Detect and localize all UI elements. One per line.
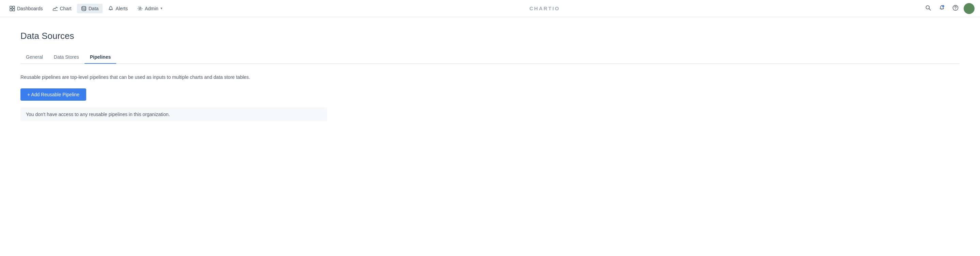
nav-center: CHARTIO xyxy=(167,5,923,11)
svg-line-9 xyxy=(929,9,931,11)
brand-logo: CHARTIO xyxy=(530,5,560,11)
svg-rect-2 xyxy=(10,9,12,11)
admin-dropdown-arrow: ▾ xyxy=(161,6,162,11)
chart-icon xyxy=(52,6,58,11)
navbar: Dashboards Chart Data xyxy=(0,0,980,17)
nav-item-admin[interactable]: Admin ▾ xyxy=(133,4,167,13)
help-button[interactable] xyxy=(950,3,961,14)
nav-label-alerts: Alerts xyxy=(116,6,128,11)
nav-label-chart: Chart xyxy=(60,6,72,11)
nav-item-data[interactable]: Data xyxy=(77,4,103,13)
main-content: Data Sources General Data Stores Pipelin… xyxy=(0,17,980,256)
tab-data-stores[interactable]: Data Stores xyxy=(48,51,84,64)
add-pipeline-button[interactable]: + Add Reusable Pipeline xyxy=(21,88,86,101)
bell-icon xyxy=(939,5,945,12)
nav-left: Dashboards Chart Data xyxy=(5,4,167,13)
svg-point-10 xyxy=(942,5,944,7)
svg-point-5 xyxy=(82,6,86,8)
description-text: Reusable pipelines are top-level pipelin… xyxy=(21,74,327,81)
svg-rect-1 xyxy=(13,6,15,8)
data-icon xyxy=(81,6,87,11)
no-access-message: You don't have access to any reusable pi… xyxy=(21,107,327,121)
nav-label-data: Data xyxy=(89,6,99,11)
content-area: Reusable pipelines are top-level pipelin… xyxy=(21,74,327,121)
user-avatar[interactable] xyxy=(964,3,975,14)
svg-rect-0 xyxy=(10,6,12,8)
nav-right xyxy=(923,3,975,14)
tab-pipelines[interactable]: Pipelines xyxy=(84,51,116,64)
search-icon xyxy=(925,5,931,12)
nav-item-chart[interactable]: Chart xyxy=(48,4,76,13)
svg-point-12 xyxy=(955,9,956,10)
dashboards-icon xyxy=(10,6,15,11)
page-title: Data Sources xyxy=(21,31,959,41)
tabs-container: General Data Stores Pipelines xyxy=(21,51,959,64)
svg-point-7 xyxy=(139,8,141,9)
nav-label-dashboards: Dashboards xyxy=(17,6,43,11)
search-button[interactable] xyxy=(923,3,934,14)
nav-item-dashboards[interactable]: Dashboards xyxy=(5,4,47,13)
svg-rect-3 xyxy=(13,9,15,11)
nav-label-admin: Admin xyxy=(145,6,158,11)
tab-general[interactable]: General xyxy=(21,51,48,64)
alerts-icon xyxy=(108,6,113,11)
notifications-button[interactable] xyxy=(936,3,947,14)
help-icon xyxy=(952,5,959,12)
admin-icon xyxy=(137,6,143,11)
nav-item-alerts[interactable]: Alerts xyxy=(104,4,132,13)
